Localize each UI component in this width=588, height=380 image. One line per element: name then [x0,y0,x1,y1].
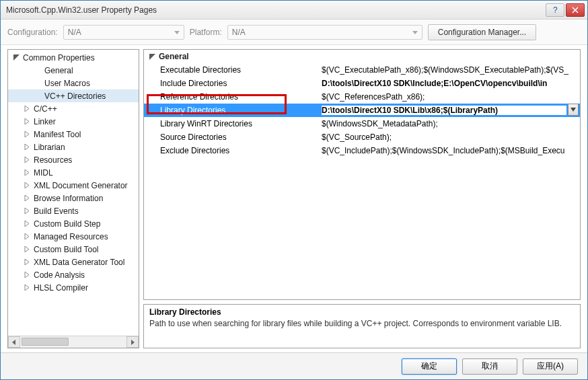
property-value[interactable]: D:\tools\DirectX10 SDK\Include;E:\OpenCV… [322,79,580,88]
tree-item[interactable]: General [8,64,139,77]
property-row[interactable]: Executable Directories$(VC_ExecutablePat… [144,63,580,77]
expand-icon[interactable] [23,194,31,202]
property-name: Library WinRT Directories [160,119,322,128]
collapse-icon[interactable] [12,54,20,62]
expand-icon[interactable] [23,233,31,241]
property-value[interactable]: $(WindowsSDK_MetadataPath); [322,119,580,128]
tree-label: MIDL [32,168,53,178]
platform-combo[interactable]: N/A [227,25,422,40]
configuration-manager-button[interactable]: Configuration Manager... [428,24,536,40]
spacer [34,67,42,75]
description-title: Library Directories [149,307,575,317]
expand-icon[interactable] [23,182,31,190]
configuration-combo[interactable]: N/A [63,25,184,40]
collapse-icon[interactable] [148,52,156,61]
property-value[interactable]: $(VC_SourcePath); [322,132,580,142]
tree-item[interactable]: VC++ Directories [8,89,139,102]
help-button[interactable]: ? [546,3,564,17]
property-value[interactable]: $(VC_ExecutablePath_x86);$(WindowsSDK_Ex… [322,65,580,75]
expand-icon[interactable] [23,156,31,164]
tree-label: Custom Build Step [32,219,100,229]
tree-label: XML Document Generator [32,181,128,190]
tree-item[interactable]: C/C++ [8,102,139,115]
tree-label: Common Properties [22,53,95,63]
tree-label: Manifest Tool [32,130,81,139]
expand-icon[interactable] [23,130,31,139]
ok-button[interactable]: 确定 [402,358,457,375]
spacer [34,79,42,87]
scroll-right-icon[interactable] [126,336,139,348]
tree-item[interactable]: Manifest Tool [8,128,139,141]
property-row[interactable]: Library DirectoriesD:\tools\DirectX10 SD… [144,104,580,117]
apply-button[interactable]: 应用(A) [523,358,578,375]
property-row[interactable]: Include DirectoriesD:\tools\DirectX10 SD… [144,77,580,90]
scroll-left-icon[interactable] [8,336,20,348]
property-row[interactable]: Exclude Directories$(VC_IncludePath);$(W… [144,144,580,157]
property-value[interactable]: D:\tools\DirectX10 SDK\Lib\x86;$(Library… [322,106,566,115]
tree-item[interactable]: Resources [8,153,139,166]
tree-label: Browse Information [32,194,103,203]
tree-label: C/C++ [32,104,57,114]
expand-icon[interactable] [23,169,31,177]
cancel-button[interactable]: 取消 [462,358,517,375]
tree-label: General [43,66,73,75]
tree-panel: Common PropertiesGeneralUser MacrosVC++ … [7,49,139,348]
expand-icon[interactable] [23,271,31,279]
platform-label: Platform: [190,28,222,37]
configuration-label: Configuration: [7,28,58,37]
tree-body[interactable]: Common PropertiesGeneralUser MacrosVC++ … [8,50,139,336]
window-title: Microsoft.Cpp.Win32.user Property Pages [6,5,544,15]
tree-item[interactable]: MIDL [8,166,139,179]
property-row[interactable]: Reference Directories$(VC_ReferencesPath… [144,90,580,104]
expand-icon[interactable] [23,258,31,266]
tree-label: User Macros [43,79,90,88]
tree-label: Managed Resources [32,232,108,241]
expand-icon[interactable] [23,220,31,228]
top-toolbar: Configuration: N/A Platform: N/A Configu… [1,20,587,45]
property-row[interactable]: Library WinRT Directories$(WindowsSDK_Me… [144,117,580,130]
property-name: Exclude Directories [160,146,322,155]
grid-group-header[interactable]: General [144,50,580,63]
tree-item[interactable]: XML Document Generator [8,179,139,192]
tree-label: Build Events [32,206,79,216]
close-button[interactable] [566,3,585,17]
tree-label: VC++ Directories [43,91,106,101]
property-name: Executable Directories [160,65,322,75]
tree-item[interactable]: HLSL Compiler [8,281,139,294]
expand-icon[interactable] [23,143,31,151]
tree-label: Code Analysis [32,270,85,280]
dropdown-icon[interactable] [568,104,579,116]
property-name: Library Directories [160,106,322,115]
tree-item[interactable]: Custom Build Step [8,217,139,230]
scroll-thumb[interactable] [22,338,69,346]
tree-label: HLSL Compiler [32,283,88,293]
tree-item[interactable]: User Macros [8,77,139,89]
tree-item[interactable]: Custom Build Tool [8,243,139,256]
grid-group-label: General [159,52,189,61]
tree-item[interactable]: Browse Information [8,192,139,204]
expand-icon[interactable] [23,207,31,215]
tree-item[interactable]: Code Analysis [8,268,139,281]
property-value[interactable]: $(VC_ReferencesPath_x86); [322,92,580,102]
expand-icon[interactable] [23,118,31,126]
property-row[interactable]: Source Directories$(VC_SourcePath); [144,130,580,144]
tree-root[interactable]: Common Properties [8,51,139,64]
tree-label: Linker [32,117,56,126]
tree-item[interactable]: Librarian [8,141,139,153]
titlebar: Microsoft.Cpp.Win32.user Property Pages … [1,1,587,20]
property-value[interactable]: $(VC_IncludePath);$(WindowsSDK_IncludePa… [322,146,580,155]
spacer [34,92,42,100]
expand-icon[interactable] [23,245,31,254]
expand-icon[interactable] [23,284,31,292]
dialog-button-bar: 确定 取消 应用(A) [1,352,587,379]
horizontal-scrollbar[interactable] [8,336,139,348]
tree-item[interactable]: XML Data Generator Tool [8,256,139,268]
tree-label: Resources [32,155,72,165]
expand-icon[interactable] [23,105,31,113]
svg-text:?: ? [553,7,558,13]
tree-item[interactable]: Linker [8,115,139,128]
tree-item[interactable]: Build Events [8,204,139,217]
tree-item[interactable]: Managed Resources [8,230,139,243]
tree-label: Custom Build Tool [32,245,99,254]
scroll-track[interactable] [20,336,126,348]
